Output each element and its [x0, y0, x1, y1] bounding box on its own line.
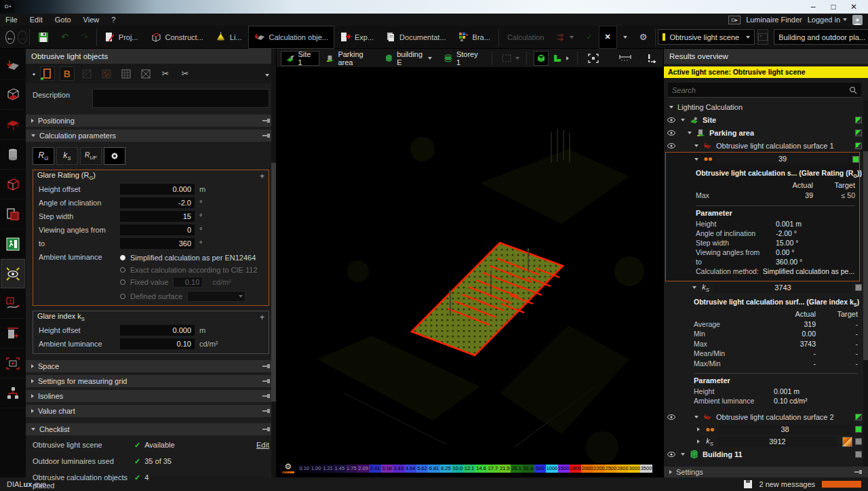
fixed-value-input[interactable]	[173, 277, 203, 288]
radio-simplified-en12464[interactable]: Simplified calculation as per EN12464	[120, 253, 258, 262]
section-space[interactable]: Space	[26, 360, 276, 372]
vertical-surface-tool[interactable]	[1, 319, 25, 349]
3d-viewport[interactable]: Site 1 Parking area building E Storey 1	[277, 49, 663, 477]
inclination-input[interactable]	[120, 197, 195, 208]
ks-ambient-luminance-input[interactable]	[120, 338, 195, 349]
tree-row-building-11[interactable]: Building 11	[664, 448, 862, 460]
chevron-down-icon[interactable]	[515, 57, 519, 60]
search-input[interactable]	[672, 86, 849, 94]
left-panel-scrollbar[interactable]	[271, 49, 276, 477]
result-checkbox[interactable]	[855, 284, 862, 291]
tab-ruf[interactable]: RUF	[80, 147, 102, 165]
visibility-eye-icon[interactable]	[667, 117, 676, 123]
marquee-select-tool[interactable]	[499, 51, 514, 66]
tree-row-ks2-result[interactable]: kS 3912	[664, 435, 862, 448]
cancel-calculation-button[interactable]: ✕	[599, 26, 617, 49]
tree-row-parking-area[interactable]: Parking area	[664, 126, 862, 139]
tree-row-surface-2[interactable]: Obtrusive light calculation surface 2	[664, 410, 862, 423]
mode-documentation-button[interactable]: Documentat...	[380, 26, 452, 49]
calculation-room-tool[interactable]	[1, 80, 25, 110]
visibility-eye-icon[interactable]	[667, 452, 676, 457]
tree-row-surface-1[interactable]: Obtrusive light calculation surface 1	[664, 139, 862, 152]
glare-observer-tool[interactable]	[1, 259, 25, 289]
result-checkbox[interactable]	[855, 426, 862, 433]
tree-row-site[interactable]: Site	[664, 113, 862, 126]
maximize-button[interactable]: □	[825, 1, 842, 13]
false-color-scale[interactable]: ⚙ 0.101.001.211.451.752.092.413.163.834.…	[282, 463, 652, 473]
menu-view[interactable]: View	[83, 16, 100, 24]
ks-height-offset-input[interactable]	[120, 325, 195, 336]
radio-defined-surface[interactable]: Defined surface	[120, 292, 258, 301]
expander-icon[interactable]	[669, 106, 673, 109]
add-button[interactable]: +	[260, 172, 264, 181]
calculation-settings-button[interactable]: ⚙	[633, 26, 654, 49]
radio-exact-cie112[interactable]: Exact calculation according to CIE 112	[120, 265, 258, 275]
cut-all-tool[interactable]: ✂	[178, 66, 193, 81]
mode-construction-button[interactable]: Construct...	[144, 26, 210, 49]
tree-row-ks-result[interactable]: kS 3743	[664, 281, 862, 294]
expander-icon[interactable]	[681, 453, 685, 456]
scrollbar-thumb[interactable]	[271, 163, 276, 401]
result-checkbox[interactable]	[852, 156, 859, 163]
polygon-surface-tool[interactable]: B	[60, 66, 75, 81]
menu-file[interactable]: File	[5, 16, 18, 24]
section-measuring-grid[interactable]: Settings for measuring grid	[26, 375, 276, 387]
right-panel-scrollbar[interactable]	[863, 100, 868, 467]
expander-icon[interactable]	[697, 439, 700, 444]
expander-icon[interactable]	[681, 119, 685, 121]
pin-icon[interactable]	[262, 364, 271, 369]
cancel-options-button[interactable]	[617, 26, 633, 49]
viewing-angles-to-input[interactable]	[120, 238, 195, 249]
grid-tool[interactable]	[119, 66, 134, 81]
section-checklist[interactable]: Checklist	[26, 423, 276, 435]
tab-display-mode[interactable]	[104, 147, 125, 165]
pointer-tool-icon[interactable]: •	[33, 70, 35, 78]
luminaire-finder-link[interactable]: Luminaire Finder	[746, 16, 802, 24]
tab-storey[interactable]: Storey 1	[439, 51, 485, 66]
pin-icon[interactable]	[262, 393, 271, 399]
visibility-eye-icon[interactable]	[667, 143, 676, 149]
description-input[interactable]	[92, 89, 269, 108]
pin-icon[interactable]	[262, 427, 271, 432]
mode-light-button[interactable]: Li...	[210, 26, 248, 49]
rect-surface-tool[interactable]	[40, 66, 55, 81]
visibility-eye-icon[interactable]	[667, 414, 676, 420]
pattern-surface-tool[interactable]	[79, 66, 94, 81]
zoom-fit-button[interactable]	[586, 51, 601, 66]
calculation-surface-tool[interactable]	[1, 50, 25, 80]
solid-view-button[interactable]	[534, 51, 549, 66]
cut-tool[interactable]: ✂	[158, 66, 173, 81]
section-isolines[interactable]: Isolines	[26, 390, 276, 402]
user-avatar[interactable]	[852, 15, 863, 25]
measure-tool-button[interactable]	[618, 51, 633, 66]
chevron-right-icon[interactable]	[566, 56, 569, 60]
expander-icon[interactable]	[694, 416, 698, 418]
pin-icon[interactable]	[262, 133, 271, 138]
section-positioning[interactable]: Positioning	[26, 115, 276, 127]
expander-icon[interactable]	[694, 144, 698, 147]
tab-rg[interactable]: RG	[33, 147, 54, 165]
pin-icon[interactable]	[262, 118, 271, 123]
expander-icon[interactable]	[692, 286, 696, 289]
logged-in-menu[interactable]: Logged in	[808, 16, 847, 24]
redo-button[interactable]: ↷	[75, 26, 94, 49]
edit-link[interactable]: Edit	[256, 441, 269, 449]
search-box[interactable]	[668, 83, 861, 98]
scene-image-button[interactable]	[757, 29, 768, 45]
defined-surface-combo[interactable]	[187, 291, 245, 302]
scene-canvas[interactable]	[277, 68, 663, 477]
close-button[interactable]: ✕	[845, 1, 863, 13]
coordinates-tool-button[interactable]	[644, 51, 659, 66]
tab-building[interactable]: building E	[380, 51, 437, 66]
result-checkbox[interactable]	[855, 117, 862, 123]
tab-parking-area[interactable]: Parking area	[321, 51, 379, 66]
visibility-eye-icon[interactable]	[667, 130, 676, 136]
cutout-tool[interactable]	[1, 199, 25, 229]
expander-icon[interactable]	[697, 427, 700, 431]
result-checkbox[interactable]	[855, 451, 862, 458]
section-calculation-parameters[interactable]: Calculation parameters	[26, 130, 276, 142]
light-scene-combo[interactable]: Obtrusive light scene	[658, 29, 755, 45]
forward-button[interactable]: →	[18, 31, 27, 44]
cylinder-object-tool[interactable]	[1, 140, 25, 170]
expander-icon[interactable]	[688, 132, 692, 134]
